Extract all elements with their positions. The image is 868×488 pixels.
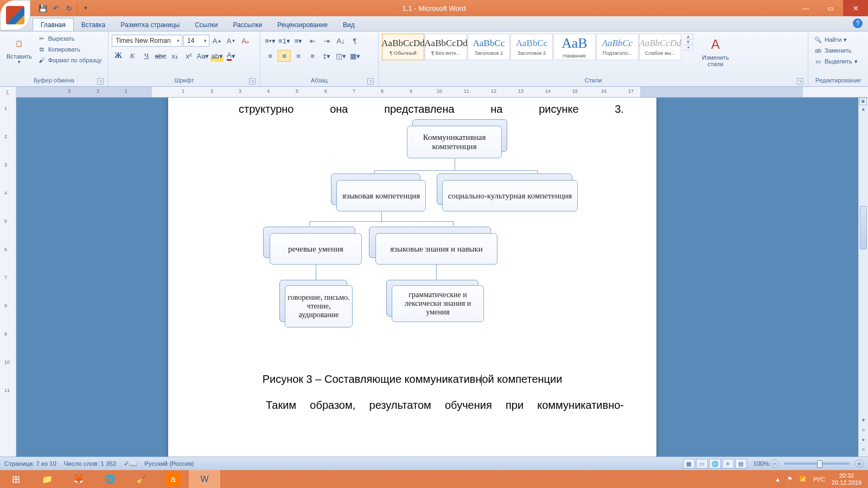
style-item[interactable]: AaBbCcЗаголовок 1 (468, 34, 510, 60)
print-layout-view-button[interactable]: ▦ (683, 459, 695, 468)
change-styles-button[interactable]: A Изменить стили (699, 34, 732, 69)
word-taskbar-icon[interactable]: W (189, 470, 220, 488)
grow-font-button[interactable]: A▲ (210, 35, 224, 47)
zoom-out-button[interactable]: − (770, 459, 779, 468)
zoom-in-button[interactable]: + (855, 459, 864, 468)
sort-button[interactable]: A↓ (334, 35, 347, 47)
browse-prev-icon[interactable]: ≡ (859, 427, 868, 437)
ccleaner-icon[interactable]: 🧹 (126, 470, 157, 488)
underline-button[interactable]: Ч (140, 50, 153, 62)
scroll-thumb[interactable] (860, 206, 867, 249)
zoom-level[interactable]: 100% (754, 460, 769, 467)
paragraph-dialog-launcher[interactable]: ↘ (367, 78, 374, 85)
tab-selector[interactable]: L (0, 87, 16, 98)
diagram-node[interactable]: грамматические и лексически знания и уме… (392, 285, 484, 322)
replace-button[interactable]: abЗаменить (812, 46, 860, 55)
tab-insert[interactable]: Вставка (74, 18, 113, 31)
font-dialog-launcher[interactable]: ↘ (249, 78, 256, 85)
text-line[interactable]: структурно она представлена на рисунке 3… (239, 103, 624, 115)
help-icon[interactable]: ? (853, 18, 863, 28)
diagram-node[interactable]: говорение, письмо. чтение, аудирование (285, 285, 353, 328)
style-item[interactable]: AaBbCcDd¶ Обычный (382, 34, 424, 60)
diagram-node[interactable]: языковая компетенция (336, 180, 426, 211)
style-item[interactable]: АаВНазвание (553, 34, 596, 60)
tab-mailings[interactable]: Рассылки (225, 18, 270, 31)
clipboard-dialog-launcher[interactable]: ↘ (97, 78, 104, 85)
maximize-button[interactable]: ▭ (818, 0, 843, 16)
status-language[interactable]: Русский (Россия) (144, 460, 194, 467)
outline-view-button[interactable]: ≡ (722, 459, 734, 468)
draft-view-button[interactable]: ▤ (735, 459, 747, 468)
style-item[interactable]: AaBbCcDdСлабое вы... (639, 34, 681, 60)
align-center-button[interactable]: ≡ (278, 50, 291, 62)
styles-dialog-launcher[interactable]: ↘ (797, 78, 803, 85)
increase-indent-button[interactable]: ⇥ (320, 35, 333, 47)
superscript-button[interactable]: x² (182, 50, 195, 62)
style-item[interactable]: AaBbCcЗаголовок 2 (510, 34, 553, 60)
style-gallery-scroll[interactable]: ▲▼▾ (684, 34, 693, 50)
chrome-icon[interactable]: 🌐 (94, 470, 126, 488)
font-size-combo[interactable]: 14 (183, 35, 209, 47)
strikethrough-button[interactable]: abc (154, 50, 167, 62)
tab-references[interactable]: Ссылки (187, 18, 225, 31)
zoom-slider[interactable] (784, 463, 850, 465)
tab-page-layout[interactable]: Разметка страницы (113, 18, 187, 31)
scroll-up-icon[interactable]: ▲ (859, 106, 868, 116)
ruler-toggle-icon[interactable]: ▣ (859, 98, 867, 105)
find-button[interactable]: 🔍Найти ▾ (812, 35, 860, 44)
vertical-ruler[interactable]: 1234567891011 (0, 98, 16, 457)
text-line[interactable]: Таким образом, результатом обучения при … (266, 399, 624, 412)
borders-button[interactable]: ▦▾ (348, 50, 361, 62)
firefox-icon[interactable]: 🦊 (63, 470, 94, 488)
horizontal-ruler[interactable]: 3211234567891011121314151617 (16, 87, 868, 97)
diagram-node[interactable]: Коммуникативная компетенция (407, 126, 502, 158)
status-words[interactable]: Число слов: 1 352 (64, 460, 117, 467)
close-button[interactable]: ✕ (843, 0, 868, 16)
bullets-button[interactable]: ≡•▾ (264, 35, 277, 47)
font-name-combo[interactable]: Times New Roman (112, 35, 182, 47)
shading-button[interactable]: ◫▾ (334, 50, 347, 62)
line-spacing-button[interactable]: ‡▾ (320, 50, 333, 62)
tray-clock[interactable]: 20:32 20.12.2019 (832, 472, 861, 486)
diagram-node[interactable]: языковые знания и навыки (375, 233, 497, 265)
avast-icon[interactable]: a (165, 472, 181, 486)
diagram-node[interactable]: социально-культурная компетенция (442, 180, 578, 211)
highlight-button[interactable]: ab▾ (210, 50, 224, 62)
show-marks-button[interactable]: ¶ (348, 35, 361, 47)
scroll-down-icon[interactable]: ▼ (859, 418, 868, 427)
cut-button[interactable]: ✂Вырезать (35, 34, 104, 43)
multilevel-button[interactable]: ≡▾ (292, 35, 305, 47)
tray-overflow-icon[interactable]: ▲ (775, 476, 781, 483)
save-icon[interactable]: 💾 (38, 3, 48, 13)
web-layout-view-button[interactable]: 🌐 (709, 459, 721, 468)
undo-icon[interactable]: ↶ (51, 3, 61, 13)
redo-icon[interactable]: ↻ (64, 3, 74, 13)
input-language[interactable]: РУС (813, 476, 825, 483)
action-center-icon[interactable]: ⚑ (787, 476, 793, 483)
style-item[interactable]: AaBbCcПодзаголо... (596, 34, 639, 60)
file-explorer-icon[interactable]: 📁 (31, 470, 63, 488)
clear-formatting-button[interactable]: Aₐ (239, 35, 252, 47)
format-painter-button[interactable]: 🖌Формат по образцу (35, 55, 104, 65)
font-color-button[interactable]: A▾ (225, 50, 238, 62)
smartart-diagram[interactable]: Коммуникативная компетенция языковая ком… (250, 119, 586, 352)
spellcheck-icon[interactable]: ✓📖 (124, 460, 137, 467)
decrease-indent-button[interactable]: ⇤ (306, 35, 319, 47)
status-page[interactable]: Страница: 7 из 10 (4, 460, 56, 467)
diagram-node[interactable]: речевые умения (270, 233, 362, 265)
shrink-font-button[interactable]: A▼ (225, 35, 238, 47)
subscript-button[interactable]: x₂ (168, 50, 181, 62)
style-item[interactable]: AaBbCcDd¶ Без инте... (425, 34, 467, 60)
browse-object-icon[interactable]: ● (859, 437, 868, 447)
tab-home[interactable]: Главная (33, 18, 74, 31)
select-button[interactable]: ▭Выделить ▾ (812, 56, 860, 66)
network-icon[interactable]: 📶 (799, 476, 807, 483)
change-case-button[interactable]: Aa▾ (196, 50, 209, 62)
numbering-button[interactable]: ≡1▾ (278, 35, 291, 47)
tab-view[interactable]: Вид (335, 18, 362, 31)
justify-button[interactable]: ≡ (306, 50, 319, 62)
copy-button[interactable]: ⧉Копировать (35, 44, 104, 54)
full-screen-view-button[interactable]: ▭ (696, 459, 708, 468)
browse-next-icon[interactable]: ≡ (859, 447, 868, 457)
paste-button[interactable]: 📋 Вставить ▼ (3, 33, 35, 67)
